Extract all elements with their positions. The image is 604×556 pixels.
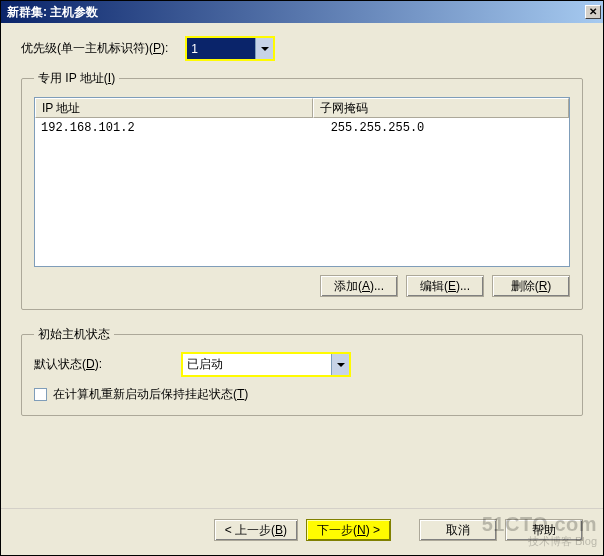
default-state-label: 默认状态(D): xyxy=(34,356,102,373)
edit-button[interactable]: 编辑(E)... xyxy=(406,275,484,297)
title-bar: 新群集: 主机参数 ✕ xyxy=(1,1,603,23)
dedicated-ip-group: 专用 IP 地址(I) IP 地址 子网掩码 192.168.101.2 255… xyxy=(21,70,583,310)
column-ip[interactable]: IP 地址 xyxy=(35,98,313,118)
initial-state-group: 初始主机状态 默认状态(D): 已启动 在计算机重新启动后保持挂起状态(T) xyxy=(21,326,583,416)
keep-suspended-row[interactable]: 在计算机重新启动后保持挂起状态(T) xyxy=(34,386,570,403)
help-button[interactable]: 帮助 xyxy=(505,519,583,541)
keep-suspended-checkbox[interactable] xyxy=(34,388,47,401)
next-button[interactable]: 下一步(N) > xyxy=(306,519,391,541)
default-state-value: 已启动 xyxy=(183,354,331,375)
priority-row: 优先级(单一主机标识符)(P): 1 xyxy=(21,37,583,60)
chevron-down-icon xyxy=(331,354,349,375)
cell-ip: 192.168.101.2 xyxy=(35,120,325,136)
close-button[interactable]: ✕ xyxy=(585,5,601,19)
priority-combo[interactable]: 1 xyxy=(186,37,274,60)
back-button[interactable]: < 上一步(B) xyxy=(214,519,298,541)
cancel-button[interactable]: 取消 xyxy=(419,519,497,541)
dialog-window: 新群集: 主机参数 ✕ 优先级(单一主机标识符)(P): 1 专用 IP 地址(… xyxy=(0,0,604,556)
wizard-footer: < 上一步(B) 下一步(N) > 取消 帮助 xyxy=(1,508,603,555)
default-state-row: 默认状态(D): 已启动 xyxy=(34,353,570,376)
keep-suspended-label: 在计算机重新启动后保持挂起状态(T) xyxy=(53,386,248,403)
chevron-down-icon xyxy=(255,38,273,59)
dedicated-ip-legend: 专用 IP 地址(I) xyxy=(34,70,119,87)
remove-button[interactable]: 删除(R) xyxy=(492,275,570,297)
column-mask[interactable]: 子网掩码 xyxy=(313,98,569,118)
ip-list-header: IP 地址 子网掩码 xyxy=(35,98,569,118)
window-title: 新群集: 主机参数 xyxy=(7,4,98,21)
table-row[interactable]: 192.168.101.2 255.255.255.0 xyxy=(35,120,569,136)
ip-list[interactable]: IP 地址 子网掩码 192.168.101.2 255.255.255.0 xyxy=(34,97,570,267)
initial-state-legend: 初始主机状态 xyxy=(34,326,114,343)
cell-mask: 255.255.255.0 xyxy=(325,120,569,136)
ip-button-row: 添加(A)... 编辑(E)... 删除(R) xyxy=(34,275,570,297)
priority-value: 1 xyxy=(187,38,255,59)
default-state-combo[interactable]: 已启动 xyxy=(182,353,350,376)
priority-label: 优先级(单一主机标识符)(P): xyxy=(21,40,168,57)
close-icon: ✕ xyxy=(589,7,597,17)
add-button[interactable]: 添加(A)... xyxy=(320,275,398,297)
dialog-body: 优先级(单一主机标识符)(P): 1 专用 IP 地址(I) IP 地址 子网掩… xyxy=(1,23,603,508)
ip-list-body: 192.168.101.2 255.255.255.0 xyxy=(35,118,569,138)
